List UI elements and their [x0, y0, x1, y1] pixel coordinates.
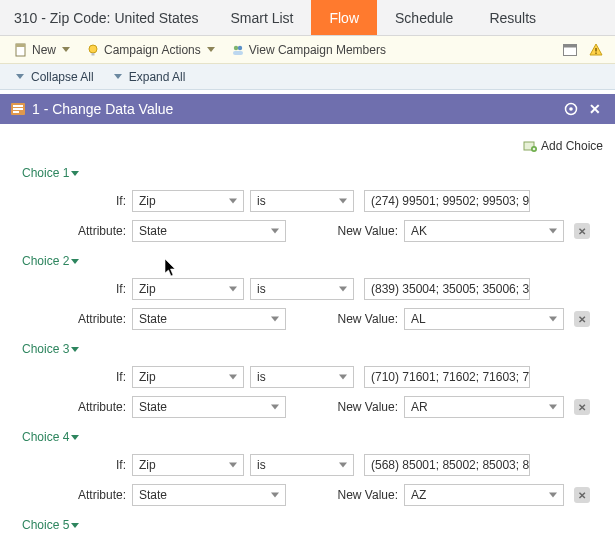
choice-name: Choice 1	[22, 166, 69, 180]
window-icon	[563, 44, 577, 56]
campaign-actions-label: Campaign Actions	[104, 43, 201, 57]
choice-block: Choice 1 If: Zip is (274) 99501; 99502; …	[12, 166, 603, 244]
new-value-select[interactable]: AZ	[404, 484, 564, 506]
collapse-all-button[interactable]: Collapse All	[6, 64, 104, 89]
people-icon	[231, 43, 245, 57]
new-value-select[interactable]: AR	[404, 396, 564, 418]
flow-step-header[interactable]: 1 - Change Data Value ✕	[0, 94, 615, 124]
attribute-select[interactable]: State	[132, 396, 286, 418]
if-label: If:	[12, 370, 132, 384]
view-members-label: View Campaign Members	[249, 43, 386, 57]
window-icon-button[interactable]	[561, 41, 579, 59]
add-choice-icon	[523, 139, 537, 153]
choice-name: Choice 4	[22, 430, 69, 444]
svg-rect-1	[16, 44, 25, 47]
if-value-input[interactable]: (274) 99501; 99502; 99503; 995	[364, 190, 530, 212]
expand-all-button[interactable]: Expand All	[104, 64, 196, 89]
step-settings-button[interactable]	[561, 99, 581, 119]
svg-point-4	[234, 45, 238, 49]
main-tab-bar: 310 - Zip Code: United States Smart List…	[0, 0, 615, 36]
add-choice-button[interactable]: Add Choice	[523, 139, 603, 153]
caret-down-icon	[71, 435, 79, 440]
caret-down-icon	[114, 74, 122, 79]
new-value-select[interactable]: AK	[404, 220, 564, 242]
if-value-input[interactable]: (839) 35004; 35005; 35006; 350	[364, 278, 530, 300]
if-operator-select[interactable]: is	[250, 366, 354, 388]
action-bar: Collapse All Expand All	[0, 64, 615, 90]
attribute-label: Attribute:	[12, 224, 132, 238]
document-icon	[14, 43, 28, 57]
if-label: If:	[12, 458, 132, 472]
choice-name: Choice 3	[22, 342, 69, 356]
choice-name: Choice 5	[22, 518, 69, 532]
choice-block: Choice 3 If: Zip is (710) 71601; 71602; …	[12, 342, 603, 420]
if-value-input[interactable]: (568) 85001; 85002; 85003; 850	[364, 454, 530, 476]
attribute-select[interactable]: State	[132, 308, 286, 330]
gear-icon	[564, 102, 578, 116]
step-title: 1 - Change Data Value	[32, 101, 173, 117]
campaign-actions-menu[interactable]: Campaign Actions	[78, 36, 223, 63]
if-operator-select[interactable]: is	[250, 190, 354, 212]
new-value-label: New Value:	[334, 312, 404, 326]
caret-down-icon	[71, 347, 79, 352]
delete-choice-button[interactable]: ✕	[574, 487, 590, 503]
caret-down-icon	[71, 523, 79, 528]
svg-rect-6	[233, 51, 243, 55]
tab-results[interactable]: Results	[471, 0, 554, 35]
delete-choice-button[interactable]: ✕	[574, 399, 590, 415]
if-operator-select[interactable]: is	[250, 454, 354, 476]
lightbulb-icon	[86, 43, 100, 57]
if-field-select[interactable]: Zip	[132, 366, 244, 388]
choice-block: Choice 4 If: Zip is (568) 85001; 85002; …	[12, 430, 603, 508]
if-field-select[interactable]: Zip	[132, 454, 244, 476]
step-panel: Add Choice Choice 1 If: Zip is (274) 995…	[0, 124, 615, 550]
alert-icon-button[interactable]	[587, 41, 605, 59]
attribute-label: Attribute:	[12, 312, 132, 326]
attribute-select[interactable]: State	[132, 484, 286, 506]
caret-down-icon	[207, 47, 215, 52]
delete-choice-button[interactable]: ✕	[574, 311, 590, 327]
expand-all-label: Expand All	[129, 70, 186, 84]
svg-rect-8	[564, 44, 577, 47]
delete-choice-button[interactable]: ✕	[574, 223, 590, 239]
svg-rect-14	[13, 111, 19, 113]
add-choice-label: Add Choice	[541, 139, 603, 153]
attribute-label: Attribute:	[12, 400, 132, 414]
if-value-input[interactable]: (710) 71601; 71602; 71603; 716	[364, 366, 530, 388]
alert-icon	[589, 43, 603, 57]
choice-block: Choice 5	[12, 518, 603, 532]
new-value-label: New Value:	[334, 224, 404, 238]
if-field-select[interactable]: Zip	[132, 190, 244, 212]
campaign-title: 310 - Zip Code: United States	[0, 0, 212, 35]
choice-block: Choice 2 If: Zip is (839) 35004; 35005; …	[12, 254, 603, 332]
svg-rect-3	[92, 53, 95, 56]
attribute-select[interactable]: State	[132, 220, 286, 242]
step-close-button[interactable]: ✕	[585, 99, 605, 119]
svg-point-2	[89, 45, 97, 53]
if-field-select[interactable]: Zip	[132, 278, 244, 300]
tab-smart-list[interactable]: Smart List	[212, 0, 311, 35]
new-menu[interactable]: New	[6, 36, 78, 63]
toolbar: New Campaign Actions View Campaign Membe…	[0, 36, 615, 64]
svg-rect-10	[595, 52, 596, 53]
svg-rect-13	[13, 108, 23, 110]
svg-point-16	[569, 107, 573, 111]
data-value-icon	[10, 101, 26, 117]
choice-toggle[interactable]: Choice 2	[22, 254, 603, 268]
choice-toggle[interactable]: Choice 3	[22, 342, 603, 356]
view-campaign-members[interactable]: View Campaign Members	[223, 36, 394, 63]
svg-rect-12	[13, 105, 23, 107]
svg-point-5	[238, 45, 242, 49]
attribute-label: Attribute:	[12, 488, 132, 502]
choice-toggle[interactable]: Choice 1	[22, 166, 603, 180]
tab-flow[interactable]: Flow	[311, 0, 377, 35]
caret-down-icon	[71, 259, 79, 264]
if-operator-select[interactable]: is	[250, 278, 354, 300]
tab-schedule[interactable]: Schedule	[377, 0, 471, 35]
choice-toggle[interactable]: Choice 5	[22, 518, 603, 532]
choice-name: Choice 2	[22, 254, 69, 268]
choice-toggle[interactable]: Choice 4	[22, 430, 603, 444]
caret-down-icon	[16, 74, 24, 79]
new-value-select[interactable]: AL	[404, 308, 564, 330]
collapse-all-label: Collapse All	[31, 70, 94, 84]
